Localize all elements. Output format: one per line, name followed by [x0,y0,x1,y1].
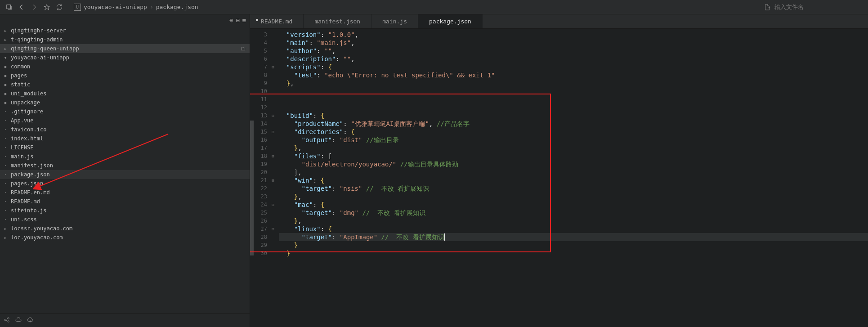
tree-item--gitignore[interactable]: ·.gitignore [0,107,250,116]
sidebar-terminal-icon[interactable]: ⊟ [236,17,239,24]
new-window-icon[interactable] [4,2,14,13]
code-line[interactable]: "target": "nsis" // 不改 看扩展知识 [279,184,868,193]
fold-marker[interactable]: ⊟ [270,176,276,184]
code-line[interactable] [279,103,868,112]
share-icon[interactable] [4,317,10,324]
tree-item-label: unpackage [11,99,40,106]
code-content[interactable]: "version": "1.0.0", "main": "main.js", "… [276,29,868,327]
tab-main-js[interactable]: main.js [371,14,418,28]
file-icon: · [2,163,9,169]
tree-item-siteinfo-js[interactable]: ·siteinfo.js [0,206,250,215]
code-line[interactable]: } [279,241,868,249]
fold-marker[interactable]: ⊟ [270,63,276,71]
folder-icon: ▪ [2,82,9,88]
tree-item-main-js[interactable]: ·main.js [0,152,250,161]
tree-item-common[interactable]: ▪common [0,62,250,71]
tab-readme-md[interactable]: •README.md [250,14,304,28]
tree-item-qingting-queen-uniapp[interactable]: ▸qingting-queen-uniapp🗀 [0,44,250,53]
tree-item-label: uni.scss [11,216,37,223]
tree-item-readme-en-md[interactable]: ·README.en.md [0,188,250,197]
tree-item-qingtinghr-server[interactable]: ▸qingtinghr-server [0,26,250,35]
code-line[interactable]: "productName": "优雅草蜻蜓AI桌面客户端", //产品名字 [279,120,868,128]
tree-item-pages-json[interactable]: ·pages.json [0,179,250,188]
code-line[interactable]: "description": "", [279,55,868,63]
fold-marker[interactable]: ⊟ [270,112,276,120]
tree-item-pages[interactable]: ▪pages [0,71,250,80]
code-line[interactable]: "directories": { [279,128,868,136]
tree-item-readme-md[interactable]: ·README.md [0,197,250,206]
fold-marker[interactable]: ⊟ [270,152,276,160]
code-line[interactable]: "test": "echo \"Error: no test specified… [279,71,868,79]
top-search[interactable] [762,2,864,13]
code-line[interactable]: }, [279,193,868,201]
sidebar-plus-icon[interactable]: ⊕ [229,17,233,24]
nav-back-icon[interactable] [16,2,27,13]
dirty-indicator: • [255,15,260,25]
cloud-sync-icon[interactable] [27,317,33,324]
fold-marker [270,71,276,79]
search-input[interactable] [774,4,864,10]
file-icon: · [2,136,9,142]
star-icon[interactable] [41,2,52,13]
breadcrumb-file[interactable]: package.json [156,4,198,10]
code-line[interactable]: ], [279,168,868,176]
code-line[interactable]: } [279,249,868,257]
tree-item-favicon-ico[interactable]: ·favicon.ico [0,125,250,134]
code-line[interactable]: "linux": { [279,225,868,233]
code-line[interactable]: "output": "dist" //输出目录 [279,136,868,144]
fold-marker [270,168,276,176]
fold-column[interactable]: ⊟⊟⊟⊟⊟⊟⊟ [270,29,276,327]
nav-forward-icon[interactable] [29,2,40,13]
file-tree[interactable]: ▸qingtinghr-server▸t-qingting-admin▸qing… [0,26,250,314]
folder-icon: ▪ [2,100,9,106]
tree-item-youyacao-ai-uniapp[interactable]: ▾youyacao-ai-uniapp [0,53,250,62]
tree-item-static[interactable]: ▪static [0,80,250,89]
new-file-icon[interactable] [762,2,773,13]
tree-item-t-qingting-admin[interactable]: ▸t-qingting-admin [0,35,250,44]
line-number: 20 [250,168,267,176]
code-line[interactable] [279,87,868,95]
code-line[interactable]: "version": "1.0.0", [279,31,868,39]
code-line[interactable]: "target": "AppImage" // 不改 看扩展知识 [279,233,868,241]
code-line[interactable]: "win": { [279,176,868,184]
cloud-icon[interactable] [15,317,22,324]
tree-item-uni-scss[interactable]: ·uni.scss [0,215,250,224]
tree-item-label: qingting-queen-uniapp [11,45,79,52]
tree-item-package-json[interactable]: ·package.json [0,170,250,179]
code-line[interactable]: "scripts": { [279,63,868,71]
fold-marker [270,103,276,112]
fold-marker[interactable]: ⊟ [270,225,276,233]
code-line[interactable]: "build": { [279,112,868,120]
code-line[interactable]: }, [279,79,868,87]
sidebar-collapse-icon[interactable]: ≡ [242,17,246,24]
tree-item-unpackage[interactable]: ▪unpackage [0,98,250,107]
code-line[interactable] [279,95,868,103]
code-editor[interactable]: 3456789101112131415161718192021222324252… [250,29,868,327]
line-number: 29 [250,241,267,249]
tree-item-locssr-youyacao-com[interactable]: ▸locssr.youyacao.com [0,224,250,233]
tree-item-license[interactable]: ·LICENSE [0,143,250,152]
file-icon: · [2,172,9,178]
fold-marker[interactable]: ⊟ [270,201,276,209]
code-line[interactable]: "main": "main.js", [279,39,868,47]
tab-package-json[interactable]: package.json [418,14,483,28]
code-line[interactable]: }, [279,144,868,152]
code-line[interactable]: "files": [ [279,152,868,160]
code-line[interactable]: "dist/electron/youyacao/" //输出目录具体路劲 [279,160,868,168]
code-line[interactable]: "target": "dmg" // 不改 看扩展知识 [279,209,868,217]
sync-icon[interactable] [54,2,65,13]
code-line[interactable]: "author": "", [279,47,868,55]
tree-item-label: App.vue [11,117,34,124]
tree-item-uni-modules[interactable]: ▪uni_modules [0,89,250,98]
code-line[interactable]: "mac": { [279,201,868,209]
fold-marker[interactable]: ⊟ [270,128,276,136]
code-line[interactable]: }, [279,217,868,225]
file-icon: · [2,190,9,196]
tree-item-manifest-json[interactable]: ·manifest.json [0,161,250,170]
tree-item-index-html[interactable]: ·index.html [0,134,250,143]
fold-marker [270,217,276,225]
breadcrumb-project[interactable]: youyacao-ai-uniapp [84,4,147,10]
tree-item-loc-youyacao-com[interactable]: ▸loc.youyacao.com [0,233,250,242]
tree-item-app-vue[interactable]: ·App.vue [0,116,250,125]
tab-manifest-json[interactable]: manifest.json [304,14,371,28]
